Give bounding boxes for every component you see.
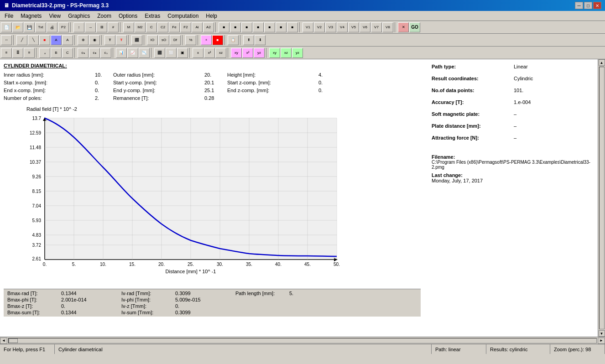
menu-graphics[interactable]: Graphics — [64, 12, 94, 20]
view4-btn[interactable]: V4 — [337, 22, 348, 32]
air-btn[interactable]: Ai — [192, 22, 203, 32]
menu-extras[interactable]: Extras — [141, 12, 164, 20]
t3-12[interactable]: 📉 — [139, 48, 150, 58]
calc2-btn[interactable]: ■ — [230, 22, 241, 32]
coil-btn[interactable]: C — [146, 22, 157, 32]
t3-4[interactable]: ₐ — [39, 48, 50, 58]
t3-20[interactable]: x² — [242, 48, 253, 58]
t2-3[interactable]: ╲ — [28, 35, 39, 45]
t2-12[interactable]: IO — [147, 35, 158, 45]
t2-5[interactable]: A — [51, 35, 62, 45]
vscroll-track[interactable] — [599, 67, 605, 329]
t2-6[interactable]: A — [62, 35, 73, 45]
t3-19[interactable]: xy — [231, 48, 242, 58]
view8-btn[interactable]: V8 — [382, 22, 393, 32]
menu-options[interactable]: Options — [115, 12, 141, 20]
t3-23[interactable]: xz — [281, 48, 292, 58]
hscroll-thumb[interactable] — [9, 338, 18, 343]
t3-10[interactable]: 📊 — [116, 48, 127, 58]
air2-btn[interactable]: A2 — [203, 22, 214, 32]
new-btn[interactable]: 📄 — [1, 22, 12, 32]
t2-19[interactable]: ⬆ — [243, 35, 254, 45]
menu-magnets[interactable]: Magnets — [17, 12, 45, 20]
open-btn[interactable]: 📂 — [12, 22, 23, 32]
t3-22[interactable]: xy — [269, 48, 280, 58]
menu-computation[interactable]: Computation — [164, 12, 202, 20]
t2-9[interactable]: T — [104, 35, 115, 45]
t2-15[interactable]: % — [185, 35, 196, 45]
t2-13[interactable]: sO — [158, 35, 169, 45]
t2-7[interactable]: ⊕ — [78, 35, 89, 45]
text-btn[interactable]: Txt — [35, 22, 46, 32]
vscroll-up-arrow[interactable]: ▲ — [599, 59, 605, 66]
view3-btn[interactable]: V3 — [325, 22, 336, 32]
magnet-btn[interactable]: M — [123, 22, 134, 32]
menu-zoom[interactable]: Zoom — [94, 12, 115, 20]
hscroll-left-arrow[interactable]: ◄ — [0, 338, 7, 344]
menu-view[interactable]: View — [45, 12, 64, 20]
view1-btn[interactable]: V1 — [302, 22, 313, 32]
arrow-up-btn[interactable]: ↑ — [73, 22, 84, 32]
t3-6[interactable]: C — [62, 48, 73, 58]
t2-14[interactable]: Df — [170, 35, 181, 45]
iron2-btn[interactable]: F2 — [180, 22, 191, 32]
title-bar-controls[interactable]: ─ □ ✕ — [575, 2, 601, 9]
t3-13[interactable]: ⬛ — [154, 48, 165, 58]
minimize-button[interactable]: ─ — [575, 2, 583, 9]
t3-16[interactable]: x — [193, 48, 203, 58]
t3-2[interactable]: ≣ — [12, 48, 23, 58]
print2-btn[interactable]: P2 — [58, 22, 69, 32]
close-button[interactable]: ✕ — [593, 2, 601, 9]
calc7-btn[interactable]: ■ — [287, 22, 298, 32]
view2-btn[interactable]: V2 — [314, 22, 325, 32]
t3-8[interactable]: c₂ — [89, 48, 100, 58]
t2-17[interactable]: ■ — [212, 35, 223, 45]
t3-3[interactable]: ≡ — [24, 48, 35, 58]
view5-btn[interactable]: V5 — [348, 22, 359, 32]
calc3-btn[interactable]: ■ — [241, 22, 252, 32]
print-btn[interactable]: 🖨 — [47, 22, 57, 32]
vscroll-down-arrow[interactable]: ▼ — [599, 330, 605, 337]
hscroll-track[interactable] — [8, 338, 597, 343]
grid-btn[interactable]: ⊞ — [96, 22, 107, 32]
save-btn[interactable]: 💾 — [24, 22, 35, 32]
t3-5[interactable]: B — [51, 48, 62, 58]
t3-11[interactable]: 📈 — [127, 48, 138, 58]
t2-2[interactable]: ╱ — [16, 35, 27, 45]
arrow-right-btn[interactable]: → — [85, 22, 96, 32]
horizontal-scrollbar[interactable]: ◄ ► — [0, 337, 605, 344]
del-btn[interactable]: ✕ — [398, 22, 409, 32]
calc4-btn[interactable]: ■ — [253, 22, 264, 32]
num-btn[interactable]: # — [108, 22, 119, 32]
t3-21[interactable]: yz — [254, 48, 265, 58]
t3-1[interactable]: ≡ — [1, 48, 12, 58]
menu-help[interactable]: Help — [202, 12, 221, 20]
iron-btn[interactable]: Fe — [169, 22, 180, 32]
t2-11[interactable]: ⬛ — [131, 35, 142, 45]
t2-8[interactable]: ◉ — [89, 35, 100, 45]
t3-18[interactable]: xz — [215, 48, 226, 58]
view6-btn[interactable]: V6 — [360, 22, 370, 32]
calc1-btn[interactable]: ■ — [219, 22, 229, 32]
t3-9[interactable]: cₛ — [100, 48, 111, 58]
t3-15[interactable]: ▣ — [177, 48, 188, 58]
t2-18[interactable]: 📋 — [228, 35, 239, 45]
t3-17[interactable]: x² — [204, 48, 215, 58]
vertical-scrollbar[interactable]: ▲ ▼ — [598, 59, 605, 337]
t2-4[interactable]: ■ — [39, 35, 50, 45]
view7-btn[interactable]: V7 — [371, 22, 382, 32]
menu-file[interactable]: File — [1, 12, 17, 20]
magnet2-btn[interactable]: M2 — [135, 22, 146, 32]
calc6-btn[interactable]: ■ — [276, 22, 287, 32]
hscroll-right-arrow[interactable]: ► — [598, 338, 605, 344]
coil2-btn[interactable]: C2 — [157, 22, 168, 32]
t3-7[interactable]: c₁ — [78, 48, 89, 58]
t2-10[interactable]: T — [116, 35, 127, 45]
calc5-btn[interactable]: ■ — [264, 22, 275, 32]
go-btn[interactable]: GO — [409, 22, 420, 32]
t3-14[interactable]: ⬜ — [166, 48, 177, 58]
t3-24[interactable]: yz — [292, 48, 303, 58]
t2-20[interactable]: ⬇ — [255, 35, 266, 45]
t2-16[interactable]: + — [201, 35, 212, 45]
t2-1[interactable]: ↔ — [1, 35, 12, 45]
